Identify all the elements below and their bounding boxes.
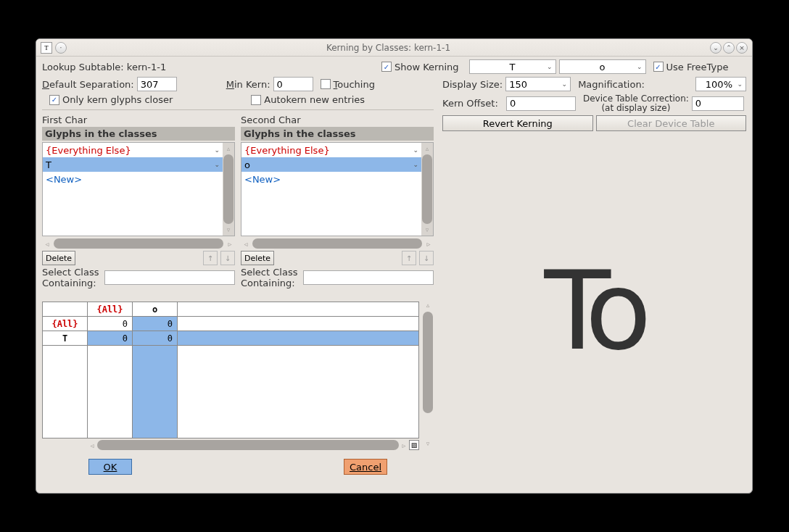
move-up-icon[interactable]: ↑ xyxy=(402,251,416,265)
scrollbar[interactable]: ▵ ▿ xyxy=(422,302,434,450)
only-kern-closer-label: Only kern glyphs closer xyxy=(62,94,173,105)
only-kern-closer-checkbox[interactable] xyxy=(49,95,59,105)
list-item[interactable]: <New> xyxy=(43,172,223,186)
window-title: Kerning by Classes: kern-1-1 xyxy=(67,43,710,53)
device-correction-input[interactable] xyxy=(692,96,744,111)
delete-button[interactable]: Delete xyxy=(42,251,75,265)
scrollbar[interactable]: ◃▹ xyxy=(241,238,434,249)
first-glyph-combo[interactable]: T⌄ xyxy=(469,59,556,74)
touching-label: Touching xyxy=(334,79,375,90)
titlebar: T · Kerning by Classes: kern-1-1 ⌄ ⌃ × xyxy=(36,39,752,57)
second-char-label: Second Char xyxy=(241,115,434,125)
delete-button[interactable]: Delete xyxy=(241,251,274,265)
table-cell[interactable]: 0 xyxy=(88,317,133,331)
dialog-window: T · Kerning by Classes: kern-1-1 ⌄ ⌃ × L… xyxy=(36,38,753,494)
use-freetype-checkbox[interactable] xyxy=(653,62,664,72)
scrollbar[interactable]: ◃▹ ▨ xyxy=(42,440,419,450)
autokern-label: Autokern new entries xyxy=(264,94,365,105)
display-size-value: 150 xyxy=(509,79,527,90)
glyphs-header-1: Glyphs in the classes xyxy=(42,127,235,141)
kerning-preview: To xyxy=(442,134,746,487)
scrollbar[interactable]: ▵▿ xyxy=(421,143,433,236)
table-cell[interactable]: 0 xyxy=(133,331,178,346)
use-freetype-label: Use FreeType xyxy=(666,62,729,72)
table-row-header[interactable]: T xyxy=(43,331,88,346)
first-char-label: First Char xyxy=(42,115,235,125)
move-up-icon[interactable]: ↑ xyxy=(203,251,218,265)
list-item[interactable]: o⌄ xyxy=(241,157,421,172)
default-separation-label: Default Separation: xyxy=(42,79,134,90)
second-char-panel: Second Char Glyphs in the classes {Every… xyxy=(241,115,434,288)
default-separation-input[interactable] xyxy=(137,77,177,91)
chevron-down-icon: ⌄ xyxy=(413,161,418,168)
left-column: Default Separation: Min Kern: Touching O… xyxy=(42,77,434,487)
content-area: Lookup Subtable: kern-1-1 Show Kerning T… xyxy=(36,57,752,493)
lookup-subtable-label: Lookup Subtable: kern-1-1 xyxy=(42,62,332,72)
min-kern-label: Min Kern: xyxy=(226,79,270,90)
device-correction-label: Device Table Correction: xyxy=(583,94,689,104)
move-down-icon[interactable]: ↓ xyxy=(419,251,434,265)
minimize-icon[interactable]: ⌄ xyxy=(710,42,722,54)
show-kerning-label: Show Kerning xyxy=(394,62,459,72)
sticky-icon[interactable]: · xyxy=(55,42,67,54)
clear-device-table-button[interactable]: Clear Device Table xyxy=(596,115,747,131)
table-row-header[interactable]: {All} xyxy=(43,317,88,331)
second-glyph-combo[interactable]: o⌄ xyxy=(559,59,646,74)
chevron-down-icon: ⌄ xyxy=(214,161,220,168)
first-glyph-value: T xyxy=(510,62,516,72)
glyphs-header-2: Glyphs in the classes xyxy=(241,127,434,141)
kern-table[interactable]: {All} o {All} 0 0 T xyxy=(42,302,419,439)
table-col-header[interactable]: o xyxy=(133,302,178,317)
maximize-icon[interactable]: ⌃ xyxy=(723,42,735,54)
chevron-down-icon: ⌄ xyxy=(413,146,418,154)
first-char-list: {Everything Else}⌄ T⌄ <New> ▵▿ xyxy=(42,142,235,236)
right-column: Display Size: 150⌄ Magnification: 100%⌄ … xyxy=(442,77,746,487)
app-icon: T xyxy=(41,42,52,54)
chevron-down-icon: ⌄ xyxy=(547,63,553,70)
min-kern-input[interactable] xyxy=(273,77,313,91)
chevron-down-icon: ⌄ xyxy=(737,80,743,88)
table-cell[interactable]: 0 xyxy=(133,317,178,331)
table-col-header[interactable]: {All} xyxy=(88,302,133,317)
chevron-down-icon: ⌄ xyxy=(562,80,568,88)
autokern-checkbox[interactable] xyxy=(251,95,261,105)
touching-checkbox[interactable] xyxy=(321,79,331,89)
chevron-down-icon: ⌄ xyxy=(214,146,220,154)
list-item[interactable]: {Everything Else}⌄ xyxy=(241,143,421,157)
select-class-input-2[interactable] xyxy=(303,270,434,285)
display-size-label: Display Size: xyxy=(442,79,503,90)
close-icon[interactable]: × xyxy=(736,42,748,54)
second-char-list: {Everything Else}⌄ o⌄ <New> ▵▿ xyxy=(241,142,434,236)
list-item[interactable]: T⌄ xyxy=(43,157,223,172)
magnification-combo[interactable]: 100%⌄ xyxy=(695,77,746,91)
revert-kerning-button[interactable]: Revert Kerning xyxy=(442,115,593,131)
ok-button[interactable]: OK xyxy=(88,459,132,475)
select-class-input-1[interactable] xyxy=(104,270,235,285)
select-class-label-1: Select Class Containing: xyxy=(42,267,102,288)
display-size-combo[interactable]: 150⌄ xyxy=(505,77,571,91)
kern-table-area: {All} o {All} 0 0 T xyxy=(42,302,434,450)
scrollbar[interactable]: ◃▹ xyxy=(42,238,235,249)
kern-offset-label: Kern Offset: xyxy=(442,98,503,109)
magnification-label: Magnification: xyxy=(578,79,645,90)
list-item[interactable]: <New> xyxy=(241,172,421,186)
kern-offset-input[interactable] xyxy=(506,96,576,111)
magnification-value: 100% xyxy=(706,79,732,90)
chevron-down-icon: ⌄ xyxy=(637,63,643,70)
second-glyph-value: o xyxy=(600,62,606,72)
table-cell[interactable]: 0 xyxy=(88,331,133,346)
select-class-label-2: Select Class Containing: xyxy=(241,267,300,288)
scrollbar[interactable]: ▵▿ xyxy=(223,143,234,236)
device-correction-sublabel: (at display size) xyxy=(583,104,689,113)
first-char-panel: First Char Glyphs in the classes {Everyt… xyxy=(42,115,235,288)
list-item[interactable]: {Everything Else}⌄ xyxy=(43,143,223,157)
table-corner-icon[interactable]: ▨ xyxy=(409,440,419,450)
move-down-icon[interactable]: ↓ xyxy=(220,251,235,265)
cancel-button[interactable]: Cancel xyxy=(344,459,387,475)
show-kerning-checkbox[interactable] xyxy=(381,62,392,72)
